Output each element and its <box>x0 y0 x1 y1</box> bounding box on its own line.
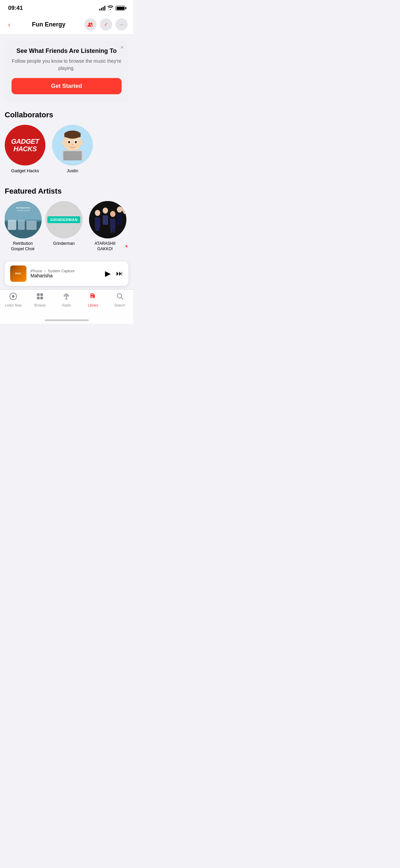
svg-text:RETRIBUTION: RETRIBUTION <box>16 207 30 209</box>
svg-rect-33 <box>113 225 115 233</box>
apple-music-badge: ★ <box>125 244 128 249</box>
svg-rect-35 <box>117 215 122 225</box>
svg-rect-26 <box>95 224 97 231</box>
justin-avatar <box>52 125 93 165</box>
tab-listen-now[interactable]: Listen Now <box>1 292 25 307</box>
tab-browse[interactable]: Browse <box>28 292 52 307</box>
gadget-hacks-name: Gadget Hacks <box>11 168 39 173</box>
mini-player-art-text: RGC <box>15 272 21 275</box>
svg-point-3 <box>62 140 65 145</box>
svg-point-0 <box>88 23 90 25</box>
svg-rect-13 <box>63 151 82 160</box>
retribution-avatar: RETRIBUTION GOSPEL CHOIR <box>5 201 42 238</box>
radio-icon <box>62 292 70 302</box>
svg-point-30 <box>110 211 115 217</box>
svg-line-50 <box>121 297 123 299</box>
svg-rect-40 <box>40 293 43 296</box>
nav-actions: ✓ ··· <box>84 18 128 31</box>
browse-label: Browse <box>34 303 45 307</box>
social-card: × See What Friends Are Listening To Foll… <box>5 40 128 102</box>
svg-point-38 <box>12 295 15 298</box>
wifi-icon <box>107 5 113 11</box>
atarashii-name: ATARASHII GAKKO! ★ <box>87 241 128 252</box>
svg-point-1 <box>90 23 92 25</box>
artist-grinderman[interactable]: GRINDERMAN Grinderman <box>46 201 82 252</box>
mini-player-artwork: RGC <box>10 265 26 282</box>
search-label: Search <box>114 303 125 307</box>
tab-bar: Listen Now Browse Radio <box>0 289 133 317</box>
featured-artists-title: Featured Artists <box>5 187 128 196</box>
svg-point-9 <box>68 141 70 143</box>
collaborators-section: Collaborators GADGETHACKS Gadget Hacks <box>0 111 133 176</box>
home-bar <box>45 319 89 321</box>
tab-search[interactable]: Search <box>108 292 132 307</box>
featured-artists-section: Featured Artists RET <box>0 187 133 254</box>
library-label: Library <box>88 303 99 307</box>
tab-radio[interactable]: Radio <box>55 292 78 307</box>
mini-player[interactable]: RGC iPhone → System Capture Maharisha ▶ … <box>5 261 128 286</box>
gadget-hacks-avatar: GADGETHACKS <box>5 125 45 165</box>
svg-rect-47 <box>91 294 93 295</box>
social-card-description: Follow people you know to browse the mus… <box>12 58 122 72</box>
listen-now-icon <box>9 292 17 302</box>
collaborator-gadget-hacks[interactable]: GADGETHACKS Gadget Hacks <box>5 125 45 173</box>
nav-bar: ‹ Fun Energy ✓ ··· <box>0 14 133 35</box>
fast-forward-button[interactable]: ⏭ <box>116 270 123 277</box>
svg-point-28 <box>103 208 108 214</box>
svg-rect-18 <box>18 218 25 230</box>
social-card-title: See What Friends Are Listening To <box>12 47 122 55</box>
back-button[interactable]: ‹ <box>5 19 13 30</box>
grinderman-logo-text: GRINDERMAN <box>50 218 78 222</box>
get-started-button[interactable]: Get Started <box>12 78 122 94</box>
artist-retribution[interactable]: RETRIBUTION GOSPEL CHOIR RetributionGosp… <box>5 201 41 252</box>
grinderman-name: Grinderman <box>53 241 75 246</box>
social-card-close-button[interactable]: × <box>121 44 124 51</box>
svg-point-48 <box>91 296 93 298</box>
collaborator-justin[interactable]: Justin <box>52 125 93 173</box>
svg-rect-32 <box>110 225 112 233</box>
grinderman-avatar: GRINDERMAN <box>45 201 83 238</box>
browse-icon <box>36 292 44 302</box>
mini-player-info: iPhone → System Capture Maharisha <box>30 269 101 278</box>
listen-now-label: Listen Now <box>5 303 22 307</box>
collaborators-row: GADGETHACKS Gadget Hacks <box>5 125 128 176</box>
battery-icon <box>115 6 125 11</box>
mini-player-source: iPhone → System Capture <box>30 269 101 273</box>
check-button[interactable]: ✓ <box>100 18 112 31</box>
home-indicator <box>0 317 133 324</box>
svg-rect-6 <box>64 133 81 137</box>
atarashii-avatar <box>89 201 126 238</box>
radio-label: Radio <box>62 303 71 307</box>
svg-point-11 <box>71 144 73 145</box>
page-title: Fun Energy <box>13 21 84 28</box>
mini-player-title: Maharisha <box>30 273 101 278</box>
artist-atarashii[interactable]: ATARASHII GAKKO! ★ <box>87 201 128 252</box>
signal-icon <box>99 6 106 11</box>
svg-rect-19 <box>26 221 37 230</box>
library-icon <box>89 292 97 302</box>
mini-player-controls: ▶ ⏭ <box>105 269 123 278</box>
status-icons <box>99 5 125 11</box>
svg-rect-27 <box>97 224 99 231</box>
svg-rect-42 <box>40 297 43 299</box>
grinderman-logo: GRINDERMAN <box>47 216 80 223</box>
collaborators-title: Collaborators <box>5 111 128 119</box>
play-button[interactable]: ▶ <box>105 269 111 278</box>
justin-name: Justin <box>67 168 78 173</box>
artists-row: RETRIBUTION GOSPEL CHOIR RetributionGosp… <box>5 201 128 254</box>
gadget-hacks-logo-text: GADGETHACKS <box>11 138 39 153</box>
add-people-button[interactable] <box>84 18 97 31</box>
svg-point-24 <box>95 210 100 216</box>
svg-rect-29 <box>103 215 108 225</box>
more-button[interactable]: ··· <box>115 18 128 31</box>
svg-rect-39 <box>37 293 40 296</box>
status-bar: 09:41 <box>0 0 133 14</box>
search-icon <box>116 292 124 302</box>
svg-text:GOSPEL CHOIR: GOSPEL CHOIR <box>17 210 29 212</box>
tab-library[interactable]: Library <box>81 292 105 307</box>
svg-point-4 <box>80 140 83 145</box>
svg-rect-41 <box>37 297 40 299</box>
retribution-name: RetributionGospel Choir <box>11 241 35 252</box>
svg-point-10 <box>75 141 77 143</box>
svg-rect-17 <box>8 220 16 230</box>
